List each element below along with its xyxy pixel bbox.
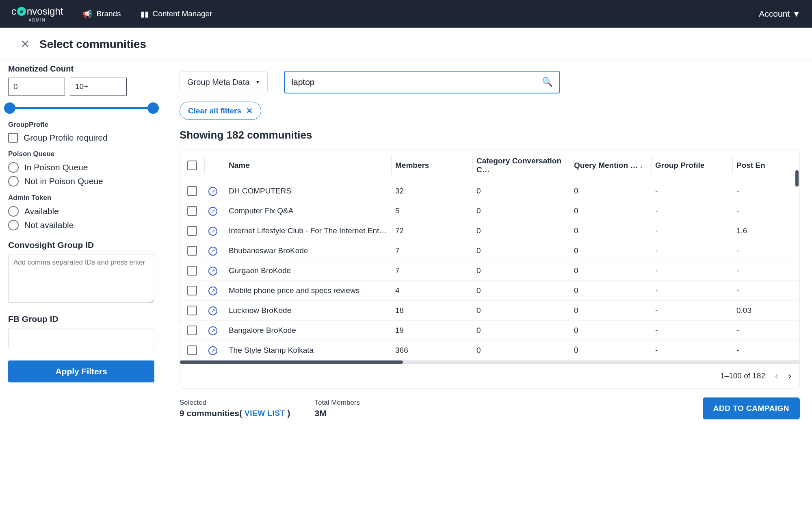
nav-content-manager-label: Content Manager <box>153 9 212 18</box>
clear-all-filters-button[interactable]: Clear all filters ✕ <box>180 102 261 120</box>
open-link-icon[interactable]: ↗ <box>208 287 217 295</box>
clear-filters-label: Clear all filters <box>188 106 241 115</box>
logo-suffix: nvosight <box>27 6 63 17</box>
horizontal-scrollbar[interactable] <box>180 360 799 364</box>
open-link-icon[interactable]: ↗ <box>208 306 217 315</box>
logo[interactable]: c ııl nvosight ADMIN <box>11 6 63 22</box>
posten-cell: - <box>732 241 799 261</box>
column-post-en[interactable]: Post En <box>732 150 799 181</box>
category-cell: 0 <box>472 281 570 301</box>
query-cell: 0 <box>570 301 651 321</box>
fb-group-id-input[interactable] <box>8 328 154 349</box>
monetized-min-input[interactable]: 0 <box>8 78 65 96</box>
members-cell: 32 <box>391 181 472 201</box>
nav-brands[interactable]: 📢 Brands <box>82 9 121 19</box>
in-poison-queue-radio[interactable]: In Poison Queue <box>8 162 159 173</box>
column-category-conversation[interactable]: Category Conversation C… <box>472 150 570 181</box>
table-row: ↗ Internet Lifestyle Club - For The Inte… <box>180 221 799 241</box>
selected-label: Selected <box>180 399 290 407</box>
caret-down-icon: ▼ <box>255 79 260 85</box>
search-icon[interactable]: 🔍 <box>542 77 553 87</box>
posten-cell: 1.6 <box>732 221 799 241</box>
nav-content-manager[interactable]: ▮▮ Content Manager <box>141 9 212 19</box>
close-icon[interactable]: ✕ <box>20 37 30 51</box>
group-meta-data-dropdown[interactable]: Group Meta Data ▼ <box>180 72 268 93</box>
selection-footer: Selected 9 communities( VIEW LIST ) Tota… <box>180 397 800 419</box>
category-cell: 0 <box>472 321 570 341</box>
category-cell: 0 <box>472 181 570 201</box>
members-cell: 7 <box>391 261 472 281</box>
account-dropdown[interactable]: Account ▼ <box>759 9 801 19</box>
posten-cell: - <box>732 201 799 221</box>
open-link-icon[interactable]: ↗ <box>208 187 217 196</box>
row-checkbox[interactable] <box>187 206 197 216</box>
open-link-icon[interactable]: ↗ <box>208 326 217 335</box>
radio-icon <box>8 220 19 230</box>
convosight-group-id-input[interactable] <box>8 254 154 303</box>
radio-icon <box>8 162 19 173</box>
open-link-icon[interactable]: ↗ <box>208 227 217 236</box>
logo-admin-label: ADMIN <box>29 18 46 22</box>
row-checkbox[interactable] <box>187 286 197 295</box>
community-name: Bhubaneswar BroKode <box>229 246 387 255</box>
table-row: ↗ The Style Stamp Kolkata 366 0 0 - - <box>180 341 799 360</box>
view-list-link[interactable]: VIEW LIST <box>245 409 285 418</box>
select-all-checkbox[interactable] <box>187 161 197 170</box>
posten-cell: - <box>732 341 799 360</box>
monetized-max-input[interactable]: 10+ <box>70 78 127 96</box>
group-profile-required-label: Group Profile required <box>24 133 108 143</box>
next-page-icon[interactable]: › <box>788 370 791 382</box>
row-checkbox[interactable] <box>187 306 197 315</box>
group-profile-required-checkbox[interactable]: Group Profile required <box>8 133 159 143</box>
table-row: ↗ Bangalore BroKode 19 0 0 - - <box>180 321 799 341</box>
pagination: 1–100 of 182 ‹ › <box>180 364 799 388</box>
column-query-mention[interactable]: Query Mention …↓ <box>570 150 651 181</box>
community-name: Mobile phone price and specs reviews <box>229 286 387 295</box>
main-content: Group Meta Data ▼ 🔍 Clear all filters ✕ … <box>167 61 812 508</box>
admin-token-not-available-radio[interactable]: Not available <box>8 220 159 230</box>
query-cell: 0 <box>570 261 651 281</box>
prev-page-icon[interactable]: ‹ <box>775 370 778 382</box>
profile-cell: - <box>651 281 732 301</box>
open-link-icon[interactable]: ↗ <box>208 267 217 276</box>
account-label: Account <box>759 9 790 19</box>
profile-cell: - <box>651 341 732 360</box>
total-members-label: Total Members <box>315 399 360 407</box>
members-cell: 7 <box>391 241 472 261</box>
row-checkbox[interactable] <box>187 246 197 256</box>
search-box[interactable]: 🔍 <box>284 71 560 93</box>
members-cell: 366 <box>391 341 472 360</box>
profile-cell: - <box>651 221 732 241</box>
admin-token-available-radio[interactable]: Available <box>8 206 159 217</box>
group-profile-label: GroupProfle <box>8 121 159 129</box>
open-link-icon[interactable]: ↗ <box>208 207 217 216</box>
communities-table: Name Members Category Conversation C… Qu… <box>180 150 800 389</box>
admin-token-available-label: Available <box>24 206 59 216</box>
row-checkbox[interactable] <box>187 266 197 276</box>
community-name: Bangalore BroKode <box>229 326 387 335</box>
monetized-slider[interactable] <box>8 107 155 109</box>
profile-cell: - <box>651 241 732 261</box>
row-checkbox[interactable] <box>187 186 197 196</box>
posten-cell: 0.03 <box>732 301 799 321</box>
row-checkbox[interactable] <box>187 226 197 236</box>
column-group-profile[interactable]: Group Profile <box>651 150 732 181</box>
monetized-count-title: Monetized Count <box>8 64 159 74</box>
open-link-icon[interactable]: ↗ <box>208 346 217 355</box>
add-to-campaign-button[interactable]: ADD TO CAMPAIGN <box>703 397 800 419</box>
slider-thumb-min[interactable] <box>4 102 15 114</box>
column-members[interactable]: Members <box>391 150 472 181</box>
apply-filters-button[interactable]: Apply Filters <box>8 360 154 382</box>
open-link-icon[interactable]: ↗ <box>208 247 217 256</box>
table-row: ↗ Mobile phone price and specs reviews 4… <box>180 281 799 301</box>
row-checkbox[interactable] <box>187 345 197 355</box>
logo-c: c <box>11 6 16 17</box>
scroll-thumb[interactable] <box>180 360 403 364</box>
slider-thumb-max[interactable] <box>147 102 159 114</box>
total-members-value: 3M <box>315 408 360 418</box>
profile-cell: - <box>651 181 732 201</box>
row-checkbox[interactable] <box>187 326 197 335</box>
search-input[interactable] <box>291 77 542 87</box>
not-in-poison-queue-radio[interactable]: Not in Poison Queue <box>8 176 159 187</box>
column-name[interactable]: Name <box>225 150 391 181</box>
